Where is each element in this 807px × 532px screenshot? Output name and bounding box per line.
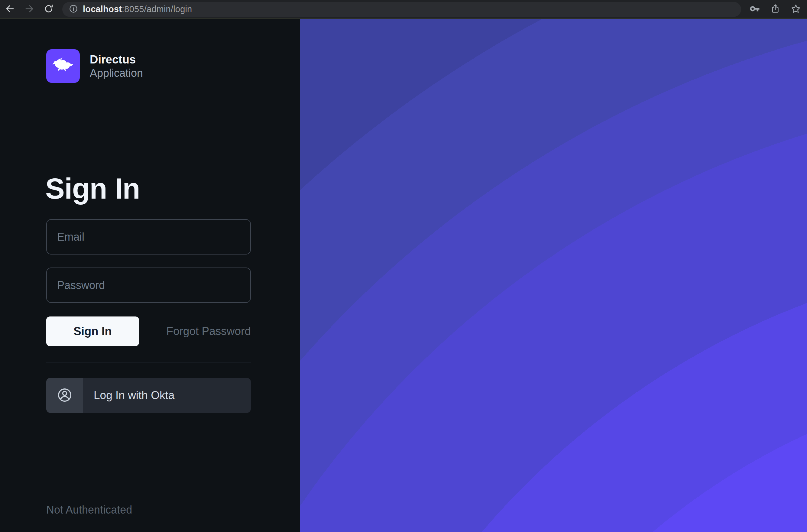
browser-window: localhost:8055/admin/login [0,0,807,532]
password-field [46,267,251,303]
brand-name: Directus [90,54,143,65]
back-arrow-icon [5,4,15,15]
bookmark-button[interactable] [790,4,802,15]
forward-arrow-icon [24,4,35,15]
account-circle-icon [57,387,73,404]
password-manager-button[interactable] [749,4,761,15]
sso-icon-box [46,378,83,413]
key-icon [750,4,760,15]
okta-login-button[interactable]: Log In with Okta [46,378,251,413]
password-input[interactable] [47,268,250,302]
form-actions: Sign In Forgot Password [46,317,251,346]
share-button[interactable] [770,4,781,15]
url-path: :8055/admin/login [122,4,192,14]
browser-toolbar: localhost:8055/admin/login [0,0,807,19]
page-title: Sign In [45,173,140,205]
browser-nav-buttons [0,4,54,15]
directus-logo [46,49,80,83]
brand-subtitle: Application [90,68,143,79]
sign-in-button[interactable]: Sign In [46,317,139,346]
url-host: localhost [83,4,122,14]
forward-button[interactable] [23,4,35,15]
back-button[interactable] [4,4,16,15]
brand-text: Directus Application [90,54,143,79]
star-icon [791,4,801,15]
brand-header: Directus Application [46,49,143,83]
info-circle-icon[interactable] [69,4,78,15]
url-text: localhost:8055/admin/login [83,4,192,14]
email-field [46,219,251,254]
page-content: Directus Application Sign In Sign In For… [0,19,807,532]
status-text: Not Authenticated [46,504,132,516]
divider [46,362,251,362]
directus-rabbit-icon [50,53,76,80]
email-input[interactable] [47,220,250,254]
share-icon [770,4,781,15]
reload-button[interactable] [43,4,54,15]
browser-action-buttons [749,4,807,15]
background-art [300,19,807,532]
reload-icon [43,4,54,15]
forgot-password-link[interactable]: Forgot Password [166,325,251,338]
url-bar[interactable]: localhost:8055/admin/login [62,2,741,17]
sso-label: Log In with Okta [94,389,174,402]
login-panel: Directus Application Sign In Sign In For… [0,19,300,532]
